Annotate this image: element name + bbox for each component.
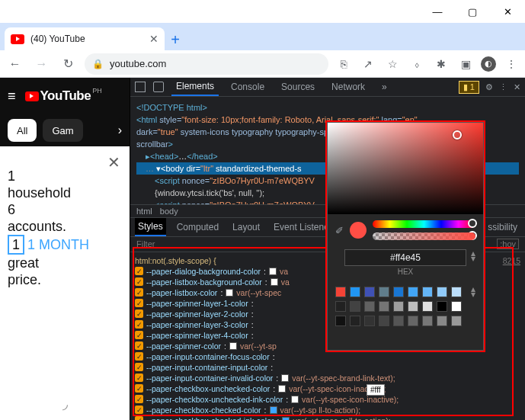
nav-forward-button[interactable]: →: [31, 53, 52, 75]
property-value[interactable]: var(--yt-spec-call-to-action);: [293, 415, 390, 420]
css-source-link[interactable]: 8215: [503, 255, 520, 266]
property-checkbox[interactable]: ✓: [135, 352, 143, 361]
sidepanel-icon[interactable]: ▣: [456, 55, 475, 73]
palette-swatch[interactable]: [422, 301, 433, 312]
crumb-html[interactable]: html: [136, 207, 152, 216]
color-gradient-canvas[interactable]: [328, 123, 483, 214]
palette-swatch[interactable]: [350, 316, 360, 326]
styles-tab-accessibility[interactable]: ssibility: [485, 219, 520, 236]
devtools-tab-network[interactable]: Network: [327, 79, 370, 95]
new-tab-button[interactable]: +: [165, 29, 186, 50]
css-property-row[interactable]: ✓--paper-input-container-input-color:: [135, 362, 520, 373]
chip-next-button[interactable]: ›: [118, 123, 122, 137]
devtools-menu-icon[interactable]: ⋮: [499, 82, 507, 92]
property-name[interactable]: --paper-input-container-invalid-color: [146, 373, 273, 383]
property-value[interactable]: var(--yt-sp ll-to-action);: [280, 405, 361, 415]
hamburger-icon[interactable]: ≡: [8, 88, 16, 104]
property-checkbox[interactable]: ✓: [135, 363, 143, 371]
property-name[interactable]: --paper-checkbox-unchecked-color: [146, 383, 270, 394]
css-selector[interactable]: html:not(.style-scope) {: [135, 255, 216, 266]
palette-swatch[interactable]: [408, 301, 418, 312]
chip-all[interactable]: All: [8, 119, 37, 142]
palette-swatch[interactable]: [393, 301, 404, 312]
nav-reload-button[interactable]: ↻: [58, 53, 78, 75]
property-checkbox[interactable]: ✓: [135, 299, 143, 307]
hue-knob[interactable]: [468, 219, 477, 228]
palette-swatch[interactable]: [335, 287, 346, 297]
color-swatch-icon[interactable]: [270, 406, 277, 414]
property-value[interactable]: var(--yt-spec: [236, 287, 281, 298]
palette-swatch[interactable]: [422, 287, 433, 297]
property-checkbox[interactable]: ✓: [135, 309, 143, 318]
color-swatch-icon[interactable]: [278, 385, 286, 393]
palette-swatch[interactable]: [451, 301, 462, 312]
palette-swatch[interactable]: [437, 287, 447, 297]
property-value[interactable]: va: [280, 266, 288, 277]
devtools-settings-icon[interactable]: ⚙: [485, 82, 493, 92]
palette-swatch[interactable]: [335, 301, 346, 312]
styles-hov-button[interactable]: :hov: [497, 239, 519, 249]
window-max-button[interactable]: ▢: [455, 0, 490, 23]
color-picker[interactable]: ✐ HEX ▴▾ ▴▾: [327, 122, 484, 351]
property-checkbox[interactable]: ✓: [135, 406, 143, 414]
css-property-row[interactable]: ✓--paper-input-container-focus-color:: [135, 351, 520, 362]
palette-swatch[interactable]: [379, 316, 389, 326]
palette-swatch[interactable]: [437, 316, 447, 326]
dom-node[interactable]: <!DOCTYPE html>: [136, 101, 519, 114]
property-name[interactable]: --paper-spinner-color: [146, 341, 221, 351]
palette-swatch[interactable]: [422, 316, 433, 326]
chip-gaming[interactable]: Gam: [43, 119, 82, 142]
palette-swatch[interactable]: [437, 301, 447, 312]
browser-tab-youtube[interactable]: (40) YouTube ✕: [5, 27, 165, 50]
color-swatch-icon[interactable]: [269, 268, 277, 275]
devtools-warning-badge[interactable]: ▮ 1: [459, 81, 479, 94]
profile-avatar[interactable]: ◐: [481, 56, 496, 72]
palette-swatch[interactable]: [379, 301, 389, 312]
eyedropper-icon[interactable]: ✐: [335, 225, 344, 236]
tab-close-button[interactable]: ✕: [149, 33, 158, 45]
property-value[interactable]: var(--yt-spec-brand-link-text);: [292, 373, 395, 383]
palette-swatch[interactable]: [335, 316, 346, 326]
color-swatch-icon[interactable]: [271, 278, 278, 286]
devtools-close-icon[interactable]: ✕: [514, 82, 520, 92]
palette-swatch[interactable]: [364, 316, 375, 326]
crumb-body[interactable]: body: [160, 207, 178, 216]
property-name[interactable]: --paper-spinner-layer-2-color: [146, 309, 248, 319]
omnibox[interactable]: 🔒 youtube.com: [85, 53, 328, 75]
css-property-row[interactable]: ✓--paper-input-container-invalid-color:v…: [135, 373, 520, 383]
star-icon[interactable]: ☆: [383, 55, 402, 73]
color-swatch-icon[interactable]: [282, 417, 290, 420]
color-swatch-icon[interactable]: [226, 289, 233, 297]
palette-switch[interactable]: ▴▾: [471, 287, 475, 297]
property-name[interactable]: --paper-listbox-background-color: [146, 277, 262, 287]
palette-swatch[interactable]: [393, 287, 404, 297]
palette-swatch[interactable]: [364, 287, 375, 297]
property-name[interactable]: --paper-input-container-focus-color: [146, 351, 270, 362]
styles-tab-layout[interactable]: Layout: [229, 219, 263, 236]
property-name[interactable]: --paper-checkbox-checked-ink-color: [146, 415, 274, 420]
color-swatch-icon[interactable]: [281, 374, 289, 382]
property-checkbox[interactable]: ✓: [135, 320, 143, 329]
inspect-element-icon[interactable]: [135, 82, 146, 92]
install-icon[interactable]: ⎘: [335, 55, 353, 73]
devtools-tab-more[interactable]: »: [377, 79, 392, 95]
property-checkbox[interactable]: ✓: [135, 341, 143, 350]
property-checkbox[interactable]: ✓: [135, 374, 143, 382]
property-checkbox[interactable]: ✓: [135, 288, 143, 297]
devtools-tab-console[interactable]: Console: [226, 79, 269, 95]
window-min-button[interactable]: —: [420, 0, 455, 23]
palette-swatch[interactable]: [350, 287, 360, 297]
property-checkbox[interactable]: ✓: [135, 331, 143, 339]
window-close-button[interactable]: ✕: [490, 0, 525, 23]
color-cursor[interactable]: [453, 130, 462, 139]
color-swatch-icon[interactable]: [291, 396, 299, 403]
styles-tab-styles[interactable]: Styles: [135, 218, 166, 236]
color-mode-switch[interactable]: ▴▾: [471, 251, 475, 261]
property-name[interactable]: --paper-checkbox-unchecked-ink-color: [146, 394, 283, 405]
chrome-menu-button[interactable]: ⋮: [502, 55, 520, 73]
hex-input[interactable]: [344, 249, 466, 266]
property-name[interactable]: --paper-checkbox-checked-color: [146, 405, 261, 415]
palette-swatch[interactable]: [393, 316, 404, 326]
device-toolbar-icon[interactable]: [153, 82, 164, 92]
property-checkbox[interactable]: ✓: [135, 267, 143, 275]
